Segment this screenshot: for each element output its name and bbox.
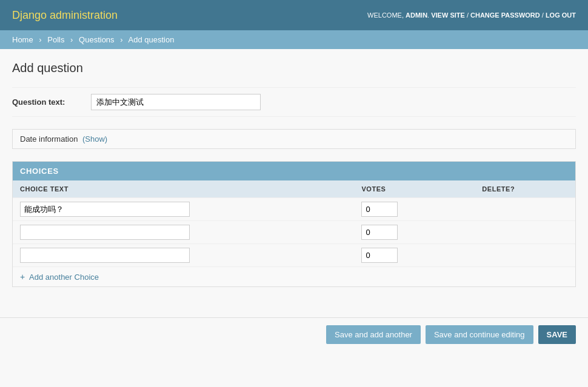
change-password-link[interactable]: CHANGE PASSWORD bbox=[470, 12, 540, 19]
welcome-prefix: WELCOME, bbox=[367, 12, 404, 19]
delete-cell bbox=[475, 221, 575, 244]
site-brand[interactable]: Django administration bbox=[12, 9, 118, 22]
votes-input-2[interactable] bbox=[361, 248, 398, 263]
save-add-another-button[interactable]: Save and add another bbox=[326, 325, 421, 344]
date-information-label: Date information bbox=[20, 134, 78, 144]
question-text-label: Question text: bbox=[12, 98, 91, 107]
votes-input-1[interactable] bbox=[361, 225, 398, 240]
votes-cell bbox=[354, 198, 475, 221]
log-out-link[interactable]: LOG OUT bbox=[546, 12, 576, 19]
breadcrumb-home[interactable]: Home bbox=[12, 35, 33, 44]
choice-text-cell bbox=[13, 198, 354, 221]
question-text-input[interactable] bbox=[91, 94, 261, 110]
choice-text-cell bbox=[13, 221, 354, 244]
delete-cell bbox=[475, 244, 575, 267]
breadcrumb-current: Add question bbox=[128, 35, 174, 44]
choices-group: CHOICES CHOICE TEXT VOTES DELETE? + Add … bbox=[12, 161, 576, 287]
submit-row: Save and add another Save and continue e… bbox=[0, 317, 588, 351]
col-delete: DELETE? bbox=[475, 180, 575, 198]
choice-text-input-1[interactable] bbox=[20, 225, 190, 240]
question-text-row: Question text: bbox=[12, 87, 576, 116]
view-site-link[interactable]: VIEW SITE bbox=[431, 12, 465, 19]
table-row bbox=[13, 221, 575, 244]
save-continue-editing-button[interactable]: Save and continue editing bbox=[426, 325, 533, 344]
breadcrumb-questions[interactable]: Questions bbox=[79, 35, 115, 44]
page-title: Add question bbox=[12, 61, 576, 75]
main-content: Add question Question text: Date informa… bbox=[0, 49, 588, 311]
choices-table: CHOICE TEXT VOTES DELETE? bbox=[13, 180, 575, 266]
votes-cell bbox=[354, 244, 475, 267]
add-icon: + bbox=[20, 272, 25, 282]
header: Django administration WELCOME, ADMIN. VI… bbox=[0, 0, 588, 30]
choices-thead: CHOICE TEXT VOTES DELETE? bbox=[13, 180, 575, 198]
breadcrumbs: Home › Polls › Questions › Add question bbox=[0, 30, 588, 49]
user-tools: WELCOME, ADMIN. VIEW SITE / CHANGE PASSW… bbox=[367, 12, 576, 19]
save-button[interactable]: SAVE bbox=[538, 325, 576, 344]
table-row bbox=[13, 198, 575, 221]
field-separator bbox=[12, 116, 576, 117]
date-information-header: Date information (Show) bbox=[13, 130, 575, 148]
add-choice-row: + Add another Choice bbox=[13, 266, 575, 286]
choice-text-input-0[interactable] bbox=[20, 202, 190, 217]
date-information-toggle[interactable]: (Show) bbox=[82, 134, 107, 144]
choice-text-cell bbox=[13, 244, 354, 267]
votes-input-0[interactable] bbox=[361, 202, 398, 217]
choices-header: CHOICES bbox=[13, 162, 575, 180]
col-votes: VOTES bbox=[354, 180, 475, 198]
separator: › bbox=[70, 35, 73, 44]
choices-header-row: CHOICE TEXT VOTES DELETE? bbox=[13, 180, 575, 198]
username-label: ADMIN bbox=[406, 12, 427, 19]
delete-cell bbox=[475, 198, 575, 221]
choices-title: CHOICES bbox=[20, 167, 59, 176]
table-row bbox=[13, 244, 575, 267]
separator: › bbox=[39, 35, 41, 44]
add-another-choice-link[interactable]: + Add another Choice bbox=[20, 273, 99, 282]
date-information-group: Date information (Show) bbox=[12, 129, 576, 149]
breadcrumb-polls[interactable]: Polls bbox=[47, 35, 64, 44]
choice-text-input-2[interactable] bbox=[20, 248, 190, 263]
separator: › bbox=[120, 35, 122, 44]
col-choice-text: CHOICE TEXT bbox=[13, 180, 354, 198]
choices-tbody bbox=[13, 198, 575, 267]
add-another-choice-label: Add another Choice bbox=[29, 273, 99, 282]
votes-cell bbox=[354, 221, 475, 244]
